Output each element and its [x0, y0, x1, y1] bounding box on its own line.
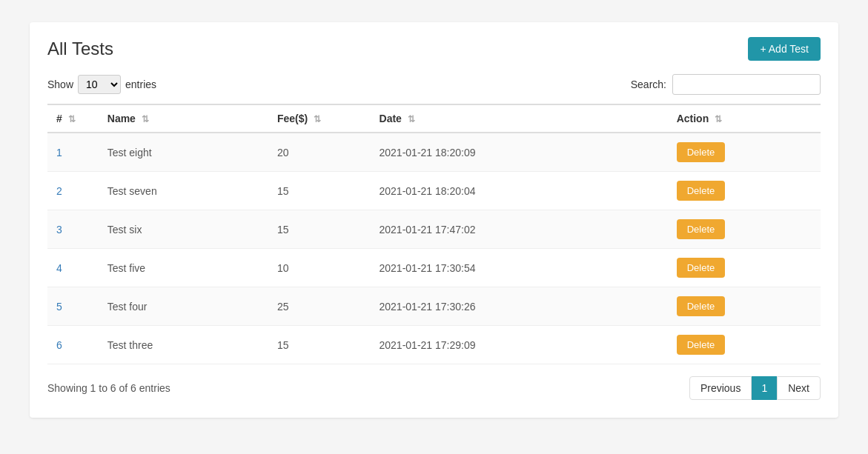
delete-button[interactable]: Delete — [677, 296, 726, 316]
col-header-action[interactable]: Action ⇅ — [668, 104, 821, 133]
col-header-fee[interactable]: Fee($) ⇅ — [268, 104, 371, 133]
col-header-date[interactable]: Date ⇅ — [371, 104, 668, 133]
cell-action: Delete — [668, 287, 821, 326]
previous-button[interactable]: Previous — [689, 376, 752, 400]
sort-icon-fee: ⇅ — [314, 114, 321, 124]
search-control: Search: — [631, 74, 821, 95]
cell-id: 3 — [47, 210, 99, 249]
page-title: All Tests — [47, 39, 113, 59]
cell-action: Delete — [668, 326, 821, 364]
delete-button[interactable]: Delete — [677, 219, 726, 239]
cell-action: Delete — [668, 172, 821, 210]
table-row: 6 Test three 15 2021-01-21 17:29:09 Dele… — [47, 326, 821, 364]
sort-icon-hash: ⇅ — [68, 114, 76, 124]
entries-select[interactable]: 10 25 50 100 — [78, 75, 121, 94]
cell-name: Test eight — [99, 133, 268, 172]
showing-text: Showing 1 to 6 of 6 entries — [47, 382, 170, 394]
cell-fee: 15 — [268, 326, 371, 364]
cell-date: 2021-01-21 17:30:54 — [371, 249, 668, 287]
col-header-name[interactable]: Name ⇅ — [99, 104, 268, 133]
cell-date: 2021-01-21 17:30:26 — [371, 287, 668, 326]
table-controls: Show 10 25 50 100 entries Search: — [47, 74, 821, 95]
cell-name: Test six — [99, 210, 268, 249]
table-row: 3 Test six 15 2021-01-21 17:47:02 Delete — [47, 210, 821, 249]
show-entries-control: Show 10 25 50 100 entries — [47, 75, 156, 94]
sort-icon-name: ⇅ — [142, 114, 149, 124]
cell-date: 2021-01-21 17:47:02 — [371, 210, 668, 249]
table-row: 2 Test seven 15 2021-01-21 18:20:04 Dele… — [47, 172, 821, 210]
show-label: Show — [47, 79, 73, 90]
entries-label: entries — [125, 79, 156, 90]
table-footer: Showing 1 to 6 of 6 entries Previous 1 N… — [47, 376, 821, 400]
current-page: 1 — [752, 376, 777, 400]
cell-fee: 25 — [268, 287, 371, 326]
page-wrapper: All Tests + Add Test Show 10 25 50 100 e… — [0, 0, 868, 454]
tests-table: # ⇅ Name ⇅ Fee($) ⇅ Date ⇅ Action ⇅ — [47, 104, 821, 364]
cell-fee: 10 — [268, 249, 371, 287]
cell-id: 1 — [47, 133, 99, 172]
search-input[interactable] — [672, 74, 821, 95]
cell-name: Test seven — [99, 172, 268, 210]
cell-name: Test four — [99, 287, 268, 326]
cell-fee: 20 — [268, 133, 371, 172]
cell-name: Test three — [99, 326, 268, 364]
table-row: 4 Test five 10 2021-01-21 17:30:54 Delet… — [47, 249, 821, 287]
card-header: All Tests + Add Test — [47, 37, 821, 61]
sort-icon-action: ⇅ — [715, 114, 722, 124]
delete-button[interactable]: Delete — [677, 258, 726, 278]
cell-action: Delete — [668, 210, 821, 249]
cell-fee: 15 — [268, 172, 371, 210]
cell-id: 4 — [47, 249, 99, 287]
table-header-row: # ⇅ Name ⇅ Fee($) ⇅ Date ⇅ Action ⇅ — [47, 104, 821, 133]
cell-action: Delete — [668, 133, 821, 172]
cell-id: 5 — [47, 287, 99, 326]
add-test-button[interactable]: + Add Test — [748, 37, 821, 61]
delete-button[interactable]: Delete — [677, 335, 726, 355]
table-body: 1 Test eight 20 2021-01-21 18:20:09 Dele… — [47, 133, 821, 364]
cell-action: Delete — [668, 249, 821, 287]
table-row: 5 Test four 25 2021-01-21 17:30:26 Delet… — [47, 287, 821, 326]
sort-icon-date: ⇅ — [408, 114, 415, 124]
cell-date: 2021-01-21 17:29:09 — [371, 326, 668, 364]
pagination: Previous 1 Next — [689, 376, 821, 400]
col-header-hash[interactable]: # ⇅ — [47, 104, 99, 133]
cell-id: 6 — [47, 326, 99, 364]
table-row: 1 Test eight 20 2021-01-21 18:20:09 Dele… — [47, 133, 821, 172]
delete-button[interactable]: Delete — [677, 142, 726, 162]
cell-fee: 15 — [268, 210, 371, 249]
next-button[interactable]: Next — [777, 376, 821, 400]
cell-name: Test five — [99, 249, 268, 287]
delete-button[interactable]: Delete — [677, 181, 726, 201]
cell-date: 2021-01-21 18:20:09 — [371, 133, 668, 172]
cell-id: 2 — [47, 172, 99, 210]
cell-date: 2021-01-21 18:20:04 — [371, 172, 668, 210]
search-label: Search: — [631, 79, 666, 90]
main-card: All Tests + Add Test Show 10 25 50 100 e… — [30, 22, 838, 418]
